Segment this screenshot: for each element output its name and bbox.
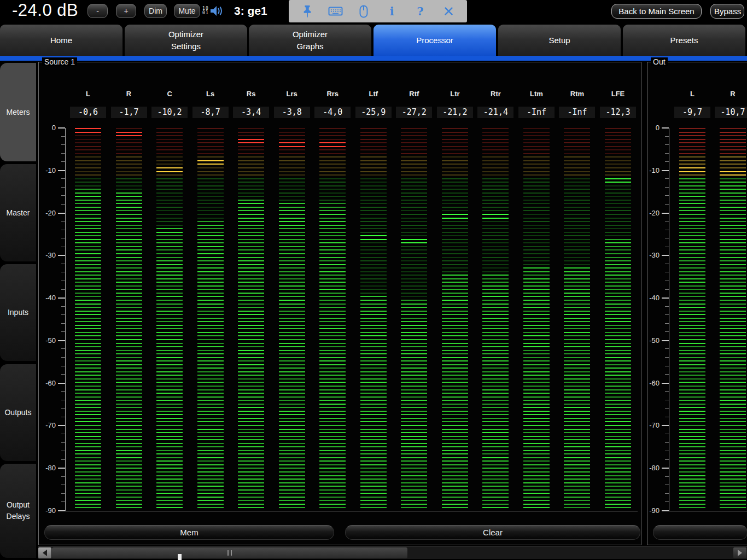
- source-panel: Source 1 0-10-20-30-40-50-60-70-80-90L-0…: [38, 62, 641, 545]
- meter-Lrs: [279, 128, 305, 511]
- keyboard-icon[interactable]: [326, 3, 344, 20]
- level-value-R: -10,7: [715, 107, 747, 118]
- mouse-icon[interactable]: [355, 3, 372, 20]
- tab-setup[interactable]: Setup: [498, 25, 621, 56]
- instance-label: 3: ge1: [234, 4, 267, 18]
- level-value-Rs: -3,4: [233, 107, 269, 118]
- level-value-C: -10,2: [151, 107, 188, 118]
- scrollbar-thumb[interactable]: [52, 547, 407, 558]
- level-value-LFE: -12,3: [600, 107, 636, 118]
- sidebar-item-master[interactable]: Master: [0, 164, 36, 261]
- scroll-right-button[interactable]: [733, 547, 746, 558]
- help-icon[interactable]: ?: [411, 3, 429, 20]
- scale-label: -40: [640, 294, 660, 302]
- tab-bar: HomeOptimizer SettingsOptimizer GraphsPr…: [0, 25, 747, 56]
- scale-label: -90: [36, 506, 56, 515]
- scale-label: -10: [640, 166, 660, 174]
- scale-label: -60: [36, 379, 56, 387]
- scale-label: -10: [36, 166, 56, 174]
- level-value-Ltm: -Inf: [518, 107, 555, 118]
- level-value-Rrs: -4,0: [314, 107, 351, 118]
- level-value-L: -9,7: [674, 107, 710, 118]
- channel-label-Rtf: Rtf: [398, 90, 430, 98]
- tab-home[interactable]: Home: [0, 25, 122, 56]
- volume-display: -24.0 dB: [12, 1, 78, 20]
- sidebar-item-outputs[interactable]: Outputs: [0, 364, 36, 461]
- binary-indicator: 1001: [202, 7, 209, 15]
- scale-label: -50: [36, 336, 56, 345]
- scale-label: 0: [36, 124, 56, 132]
- source-meters: 0-10-20-30-40-50-60-70-80-90L-0,6R-1,7C-…: [39, 62, 641, 545]
- channel-label-Ltr: Ltr: [439, 90, 471, 98]
- tab-processor[interactable]: Processor: [374, 25, 496, 56]
- meter-C: [156, 128, 183, 511]
- channel-label-Lrs: Lrs: [276, 90, 308, 98]
- mem-button[interactable]: Mem: [44, 525, 334, 540]
- tab-optimizer-settings[interactable]: Optimizer Settings: [125, 25, 247, 56]
- channel-label-Ltm: Ltm: [520, 90, 553, 98]
- sidebar-item-inputs[interactable]: Inputs: [0, 264, 36, 361]
- channel-label-R: R: [113, 90, 145, 98]
- info-icon[interactable]: i: [383, 3, 401, 20]
- meter-L: [679, 128, 705, 511]
- meter-Ls: [197, 128, 224, 511]
- out-panel-button[interactable]: [653, 525, 747, 540]
- scale-label: -60: [640, 379, 660, 387]
- meter-Rtm: [564, 128, 590, 511]
- right-arrow-icon: [738, 550, 745, 556]
- mute-button[interactable]: Mute: [174, 4, 200, 18]
- scale-label: -50: [640, 336, 660, 345]
- scroll-left-button[interactable]: [38, 547, 51, 558]
- channel-label-Rrs: Rrs: [316, 90, 349, 98]
- back-to-main-button[interactable]: Back to Main Screen: [611, 4, 702, 19]
- level-value-Ls: -8,7: [192, 107, 229, 118]
- top-bar: -24.0 dB - + Dim Mute 1001 3: ge1 i ? Ba…: [0, 0, 747, 25]
- scale-label: -30: [640, 251, 660, 259]
- close-icon[interactable]: [440, 3, 457, 20]
- level-value-Rtm: -Inf: [559, 107, 595, 118]
- meter-Rtr: [482, 128, 509, 511]
- meter-L: [75, 128, 101, 511]
- scale-label: -80: [640, 464, 660, 472]
- window-controls-tray: i ?: [289, 0, 467, 22]
- horizontal-scrollbar[interactable]: [38, 546, 747, 559]
- channel-label-Ls: Ls: [194, 90, 227, 98]
- sidebar-item-output-delays[interactable]: Output Delays: [0, 464, 36, 558]
- level-value-L: -0,6: [70, 107, 106, 118]
- meter-Ltf: [360, 128, 387, 511]
- pin-icon[interactable]: [299, 3, 316, 20]
- scale-label: -20: [36, 209, 56, 217]
- speaker-icon: [209, 5, 224, 17]
- meter-Rtf: [401, 128, 427, 511]
- channel-label-Rtm: Rtm: [561, 90, 593, 98]
- meter-Rrs: [319, 128, 346, 511]
- meter-R: [116, 128, 142, 511]
- active-tab-underline: [0, 56, 747, 61]
- level-value-Ltr: -21,2: [437, 107, 473, 118]
- sidebar-item-meters[interactable]: Meters: [0, 63, 36, 161]
- meter-Ltm: [523, 128, 550, 511]
- scale-label: 0: [640, 124, 660, 132]
- volume-up-button[interactable]: +: [116, 4, 136, 18]
- scale-label: -40: [36, 294, 56, 302]
- tab-optimizer-graphs[interactable]: Optimizer Graphs: [249, 25, 371, 56]
- channel-label-LFE: LFE: [602, 90, 634, 98]
- volume-down-button[interactable]: -: [87, 4, 108, 18]
- level-value-Rtf: -27,2: [396, 107, 432, 118]
- scale-label: -70: [640, 421, 660, 429]
- dim-button[interactable]: Dim: [144, 4, 167, 18]
- channel-label-Ltf: Ltf: [357, 90, 390, 98]
- level-value-R: -1,7: [111, 107, 147, 118]
- bypass-button[interactable]: Bypass: [710, 4, 744, 19]
- channel-label-C: C: [153, 90, 186, 98]
- meter-Rs: [238, 128, 264, 511]
- left-arrow-icon: [39, 550, 47, 556]
- level-value-Lrs: -3,8: [274, 107, 310, 118]
- clear-button[interactable]: Clear: [345, 525, 640, 540]
- speaker-indicator: 1001: [202, 5, 224, 17]
- level-value-Rtr: -21,4: [477, 107, 513, 118]
- channel-label-R: R: [716, 90, 747, 98]
- out-meters: 0-10-20-30-40-50-60-70-80-90L-9,7R-10,7: [647, 62, 747, 545]
- channel-label-Rtr: Rtr: [479, 90, 512, 98]
- tab-presets[interactable]: Presets: [623, 25, 745, 56]
